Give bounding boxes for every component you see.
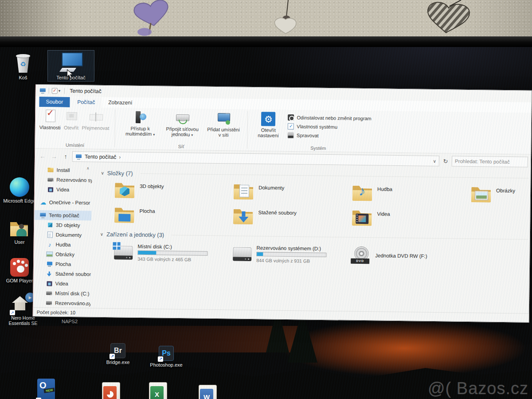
cloud-icon: ☁ (40, 199, 47, 206)
collapse-chevron-icon[interactable]: ∨ (100, 231, 103, 236)
drive-local-disk-c[interactable]: Místní disk (C:) 343 GB volných z 465 GB (100, 239, 219, 267)
sidebar-item-downloads[interactable]: Stažené soubory (34, 269, 91, 279)
address-dropdown-icon[interactable]: ∨ (433, 158, 436, 163)
desktop-icon-word[interactable]: W (199, 385, 219, 399)
qat-properties-icon[interactable]: ✓ (52, 88, 58, 94)
sidebar-item-videos-pinned[interactable]: Videa (35, 184, 92, 195)
drive-system-reserved-d[interactable]: Rezervováno systémem (D:) 844 GB volných… (219, 240, 338, 268)
folder-desktop[interactable]: Plocha (100, 203, 219, 229)
manage-button[interactable]: Spravovat (288, 131, 371, 140)
folder-pictures[interactable]: Obrázky (457, 182, 531, 208)
shortcut-arrow-icon: ↗ (158, 356, 163, 362)
folder-label: Hudba (377, 186, 392, 192)
sidebar-item-label: Videa (56, 187, 69, 192)
section-title: Složky (7) (107, 169, 133, 176)
video-icon (47, 186, 54, 193)
ribbon-group-network: Přístup k multimédiím ▾ Připojit síťovou… (115, 108, 248, 151)
drive-free-space: 343 GB volných z 465 GB (137, 256, 207, 262)
sidebar-item-reserved[interactable]: Rezervováno sys (35, 175, 92, 185)
ribbon: ✓ Vlastnosti Otevřít Přejmenovat Umístěn… (35, 107, 531, 155)
address-breadcrumb[interactable]: Tento počítač › ∨ (72, 151, 439, 166)
sidebar-scroll-up-icon[interactable]: ∧ (86, 166, 90, 170)
sidebar-item-desktop[interactable]: Plocha (34, 259, 91, 270)
uninstall-program-button[interactable]: Odinstalovat nebo změnit program (288, 113, 371, 122)
sidebar-item-local-disk-c[interactable]: Místní disk (C:) (33, 288, 90, 299)
sidebar-item-documents[interactable]: Dokumenty (34, 230, 91, 240)
sidebar-item-music[interactable]: ♪ Hudba (34, 239, 91, 250)
folder-3d-objects[interactable]: 3D objekty (101, 178, 220, 204)
computer-icon (39, 212, 46, 219)
drive-dvd-rw-f[interactable]: DVD Jednotka DVD RW (F:) (337, 242, 457, 270)
qat-customize-caret-icon[interactable]: ▾ (59, 89, 61, 93)
sidebar-item-label: OneDrive - Persor (49, 200, 90, 205)
desktop-icon-user-folder[interactable]: User (1, 220, 38, 245)
refresh-icon[interactable]: ↻ (441, 158, 450, 164)
map-network-drive-button[interactable]: Připojit síťovou jednotku ▾ (162, 110, 203, 138)
folder-music[interactable]: ♪ Hudba (338, 180, 458, 207)
open-settings-button[interactable]: ⚙ Otevřít nastavení (254, 112, 283, 138)
folder-downloads[interactable]: Stažené soubory (219, 204, 338, 230)
desktop-icon-label: User (14, 239, 24, 245)
photoshop-abbr: Ps (162, 349, 171, 357)
add-network-location-button[interactable]: Přidat umístění v síti (205, 111, 242, 138)
folder-label: Plocha (139, 208, 155, 214)
sidebar-scroll-down-icon[interactable]: ∨ (85, 302, 88, 306)
sidebar-item-onedrive[interactable]: ☁ OneDrive - Persor (35, 197, 92, 208)
folder-videos[interactable]: Videa (338, 205, 457, 231)
system-properties-icon: ✓ (288, 123, 294, 129)
sidebar-item-3d-objects[interactable]: 3D objekty (34, 220, 91, 231)
recycle-glyph: ♻ (15, 60, 31, 68)
section-divider (172, 235, 528, 239)
folder-desktop-icon (113, 206, 135, 224)
desktop-icon-recycle-bin[interactable]: ♻ Koš (7, 53, 39, 80)
rename-button[interactable]: Přejmenovat (82, 110, 109, 131)
sidebar-item-label: Dokumenty (56, 232, 82, 238)
desktop-icon-powerpoint[interactable] (102, 382, 122, 399)
desktop-icon-label: NAPS2 (62, 319, 78, 324)
sidebar-item-pictures[interactable]: Obrázky (34, 249, 91, 260)
sidebar-item-install[interactable]: Install (35, 165, 92, 176)
up-button[interactable]: ↑ (61, 153, 70, 160)
sidebar-item-label: Plocha (55, 262, 71, 267)
excel-icon: X (149, 382, 169, 399)
open-icon (63, 110, 79, 124)
user-folder-icon (9, 220, 30, 238)
desktop-icon-office[interactable]: O NEW ↗ (37, 379, 55, 399)
striped-heart-decoration (422, 0, 480, 36)
desktop-icon-edge[interactable]: Microsoft Edge (1, 177, 38, 203)
collapse-chevron-icon[interactable]: ∨ (101, 170, 104, 175)
rename-icon (87, 110, 103, 124)
open-button[interactable]: Otevřít (63, 110, 79, 130)
media-access-button[interactable]: Přístup k multimédiím ▾ (121, 110, 160, 137)
folder-documents[interactable]: Dokumenty (219, 179, 339, 205)
dvd-badge: DVD (351, 258, 369, 264)
windows-logo-icon (113, 242, 120, 250)
properties-icon: ✓ (42, 109, 58, 123)
sidebar-item-label: Tento počítač (49, 212, 79, 218)
tab-computer[interactable]: Počítač (70, 97, 102, 108)
tab-view[interactable]: Zobrazení (102, 98, 139, 108)
back-button[interactable]: ← (38, 153, 47, 160)
shortcut-arrow-icon: ↗ (110, 354, 115, 359)
drive-free-space: 844 GB volných z 931 GB (256, 258, 326, 264)
sidebar-item-this-pc[interactable]: Tento počítač (34, 210, 91, 221)
system-properties-button[interactable]: ✓ Vlastnosti systému (288, 122, 371, 131)
desktop-icon-gom-player[interactable]: GOM Player (1, 258, 38, 283)
forward-button[interactable]: → (49, 153, 59, 160)
sidebar-item-videos[interactable]: Videa (33, 278, 90, 289)
desktop-icon-photoshop[interactable]: Ps ↗ Photoshop.exe (146, 346, 186, 368)
folder-label: Stažené soubory (258, 210, 296, 215)
properties-button[interactable]: ✓ Vlastnosti (39, 109, 61, 130)
drive-icon (46, 300, 52, 306)
desktop-icon-excel[interactable]: X (149, 382, 169, 399)
bridge-icon: Br ↗ (110, 343, 125, 358)
desktop-icon-bridge[interactable]: Br ↗ Bridge.exe (100, 343, 136, 365)
drive-icon (47, 176, 54, 183)
search-input[interactable] (452, 156, 528, 167)
sidebar-item-reserved-d[interactable]: Rezervováno sys (33, 298, 90, 308)
sidebar-item-label: Install (57, 168, 70, 173)
breadcrumb-text[interactable]: Tento počítač (85, 153, 117, 160)
bridge-abbr: Br (114, 347, 122, 355)
breadcrumb-separator-icon[interactable]: › (119, 154, 121, 160)
tab-file[interactable]: Soubor (39, 97, 70, 107)
